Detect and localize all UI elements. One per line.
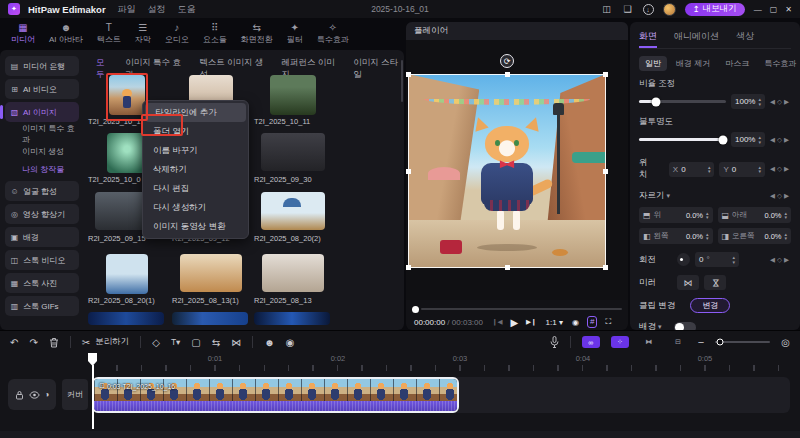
- selection-handle[interactable]: [505, 72, 510, 77]
- position-y-field[interactable]: Y0: [719, 162, 765, 177]
- split-icon[interactable]: ✂: [82, 337, 90, 348]
- stepper-icon[interactable]: [758, 165, 761, 174]
- sidebar-item-stock-gifs[interactable]: ▥ 스톡 GIFs: [5, 296, 79, 316]
- media-item[interactable]: R2I_2025_09_30: [254, 133, 332, 184]
- media-thumbnail[interactable]: [261, 192, 325, 230]
- media-thumbnail[interactable]: [270, 75, 316, 115]
- tab-media[interactable]: ▦ 미디어: [4, 23, 42, 45]
- selection-handle[interactable]: [603, 265, 608, 270]
- flip-vertical-icon[interactable]: ⋈: [704, 275, 726, 290]
- stepper-icon[interactable]: [784, 211, 787, 220]
- change-clip-button[interactable]: 변경: [690, 298, 730, 313]
- previous-frame-icon[interactable]: ❙◀: [492, 318, 502, 326]
- media-thumbnail[interactable]: [254, 312, 330, 325]
- scale-value-box[interactable]: 100%: [731, 94, 765, 109]
- media-item[interactable]: R2I_2025_08_20(1): [88, 254, 166, 305]
- stepper-icon[interactable]: [706, 232, 709, 241]
- subtab-general[interactable]: 일반: [639, 56, 667, 71]
- zoom-slider-handle[interactable]: [716, 339, 723, 346]
- sidebar-item-stock-photo[interactable]: ▦ 스톡 사진: [5, 273, 79, 293]
- media-thumbnail[interactable]: [262, 254, 324, 292]
- media-thumbnail[interactable]: [180, 254, 242, 292]
- stepper-icon[interactable]: [706, 211, 709, 220]
- seek-track[interactable]: [421, 308, 622, 310]
- menu-help[interactable]: 도움: [178, 3, 196, 16]
- mirror-icon[interactable]: ⋈: [231, 337, 241, 348]
- sidebar-item-image-generate[interactable]: 이미지 생성: [0, 143, 79, 160]
- minimize-button[interactable]: —: [754, 5, 762, 14]
- selection-handle[interactable]: [406, 265, 411, 270]
- timeline-zoom-slider[interactable]: [715, 341, 770, 343]
- media-item[interactable]: [172, 312, 250, 325]
- sidebar-item-face-swap[interactable]: ☺ 얼굴 합성: [5, 181, 79, 201]
- tab-elements[interactable]: ⠿ 요소들: [196, 23, 234, 45]
- text-tool-icon[interactable]: T▾: [171, 337, 180, 347]
- subtab-effects[interactable]: 특수효과: [758, 56, 800, 71]
- undo-icon[interactable]: ↶: [10, 337, 18, 348]
- mute-icon[interactable]: ◑: [45, 390, 50, 399]
- stepper-icon[interactable]: [758, 135, 761, 144]
- subtab-bg-remove[interactable]: 배경 제거: [670, 56, 716, 71]
- crop-right-field[interactable]: ◨오른쪽0.0%: [718, 228, 792, 244]
- chain-toggle[interactable]: ⧓: [640, 336, 658, 348]
- user-avatar[interactable]: [663, 3, 676, 16]
- split-label[interactable]: 분리하기: [95, 336, 129, 348]
- crop-top-field[interactable]: ⬒위0.0%: [639, 207, 713, 223]
- keyframe-controls[interactable]: [770, 192, 791, 200]
- ripple-toggle[interactable]: ⊟: [669, 336, 687, 348]
- playhead-line[interactable]: [92, 365, 94, 429]
- tab-audio[interactable]: ♪ 오디오: [158, 23, 196, 45]
- crop-left-field[interactable]: ◧왼쪽0.0%: [639, 228, 713, 244]
- selection-handle[interactable]: [406, 169, 411, 174]
- seek-handle[interactable]: [412, 306, 419, 313]
- microphone-icon[interactable]: [550, 336, 559, 348]
- trash-icon[interactable]: [49, 337, 59, 348]
- selection-handle[interactable]: [406, 72, 411, 77]
- snapshot-icon[interactable]: ◉: [572, 318, 579, 327]
- player-canvas[interactable]: ⟳: [406, 40, 628, 300]
- keyframe-controls[interactable]: [770, 256, 791, 264]
- crop-bottom-field[interactable]: ⬓아래0.0%: [718, 207, 792, 223]
- media-thumbnail[interactable]: [88, 312, 164, 325]
- media-item[interactable]: [88, 312, 166, 325]
- tab-filter[interactable]: ✦ 필터: [280, 23, 310, 45]
- sidebar-item-image-effects[interactable]: 이미지 특수 효과: [0, 125, 79, 142]
- zoom-out-icon[interactable]: −: [698, 336, 704, 348]
- selection-handle[interactable]: [505, 265, 510, 270]
- redo-icon[interactable]: ↷: [29, 337, 37, 348]
- tab-ai-avatar[interactable]: ☻ AI 아바타: [42, 23, 90, 45]
- tab-screen[interactable]: 화면: [639, 30, 657, 48]
- stepper-icon[interactable]: [732, 255, 735, 264]
- sidebar-item-background[interactable]: ▣ 배경: [5, 227, 79, 247]
- selection-handle[interactable]: [603, 169, 608, 174]
- camera-track-icon[interactable]: ◉: [286, 337, 295, 348]
- download-icon[interactable]: ↓: [643, 4, 654, 15]
- panel-layout-icon[interactable]: ◫: [601, 4, 613, 14]
- menu-settings[interactable]: 설정: [148, 3, 166, 16]
- sidebar-item-media-bank[interactable]: ▤ 미디어 은행: [5, 56, 79, 76]
- sidebar-item-ai-image[interactable]: ▧ AI 이미지: [5, 102, 79, 122]
- shield-icon[interactable]: ◇: [152, 337, 160, 348]
- link-toggle[interactable]: ∞: [582, 336, 600, 348]
- background-section-toggle[interactable]: 배경: [639, 321, 661, 330]
- opacity-value-box[interactable]: 100%: [731, 132, 765, 147]
- reverse-icon[interactable]: ⇆: [212, 337, 220, 348]
- media-tab-image-style[interactable]: 이미지 스타일: [353, 57, 404, 81]
- media-item[interactable]: [254, 312, 332, 325]
- play-icon[interactable]: ▶: [510, 317, 518, 328]
- feedback-icon[interactable]: ❑: [622, 4, 634, 14]
- media-thumbnail[interactable]: [172, 312, 248, 325]
- subtab-mask[interactable]: 마스크: [719, 56, 755, 71]
- scale-slider[interactable]: [639, 100, 726, 103]
- tab-text[interactable]: T 텍스트: [90, 23, 128, 45]
- selection-box[interactable]: [408, 74, 606, 268]
- sidebar-item-my-creations[interactable]: 나의 창작물: [0, 161, 79, 178]
- next-frame-icon[interactable]: ▶❙: [526, 318, 536, 326]
- media-thumbnail[interactable]: [261, 133, 325, 171]
- sidebar-item-ai-video[interactable]: ⊞ AI 비디오: [5, 79, 79, 99]
- tab-subtitle[interactable]: ☰ 자막: [128, 23, 158, 45]
- rotate-handle[interactable]: ⟳: [500, 54, 514, 68]
- stepper-icon[interactable]: [708, 165, 711, 174]
- media-item[interactable]: R2I_2025_08_13: [254, 254, 332, 305]
- crop-icon[interactable]: ▢: [191, 337, 200, 348]
